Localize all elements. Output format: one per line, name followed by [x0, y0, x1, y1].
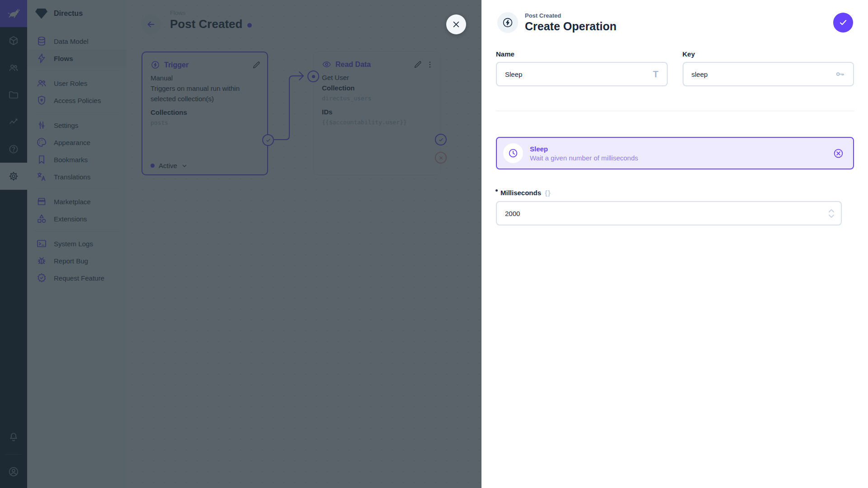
deselect-operation-button[interactable] — [833, 148, 844, 159]
raw-value-icon[interactable]: {} — [545, 188, 551, 197]
clock-icon — [503, 143, 523, 163]
chevron-up-icon — [828, 209, 835, 213]
chevron-down-icon — [828, 214, 835, 218]
operation-description: Wait a given number of milliseconds — [530, 154, 638, 162]
section-divider — [496, 111, 854, 111]
key-input-wrap — [683, 62, 854, 86]
name-field-group: Name T — [496, 50, 668, 86]
title-icon: T — [653, 69, 658, 80]
directus-app: Directus Data Model Flows — [0, 0, 868, 488]
name-label: Name — [496, 50, 668, 58]
key-input[interactable] — [692, 70, 835, 78]
key-label: Key — [683, 50, 854, 58]
operation-title: Sleep — [530, 145, 638, 153]
check-icon — [838, 18, 848, 28]
selected-operation-sleep[interactable]: Sleep Wait a given number of millisecond… — [496, 137, 854, 169]
name-input[interactable] — [505, 70, 653, 78]
operation-texts: Sleep Wait a given number of millisecond… — [530, 145, 638, 162]
drawer-title: Create Operation — [525, 20, 617, 33]
name-key-row: Name T Key — [496, 50, 854, 86]
stepper-down[interactable] — [828, 214, 835, 218]
name-input-wrap: T — [496, 62, 668, 86]
drawer-breadcrumb: Post Created — [525, 12, 617, 19]
milliseconds-input[interactable] — [505, 210, 828, 217]
key-field-group: Key — [683, 50, 854, 86]
required-dot — [495, 189, 498, 192]
drawer-close-button[interactable] — [446, 14, 466, 34]
stepper-up[interactable] — [828, 209, 835, 213]
modal-overlay[interactable] — [0, 0, 481, 488]
milliseconds-label: Milliseconds — [500, 188, 541, 197]
drawer-header: Post Created Create Operation — [481, 0, 868, 33]
save-button[interactable] — [833, 13, 853, 33]
bolt-circle-icon — [502, 17, 514, 28]
operation-header-icon — [497, 12, 518, 33]
drawer-titles: Post Created Create Operation — [525, 12, 617, 33]
create-operation-drawer: Post Created Create Operation Name T — [481, 0, 868, 488]
key-icon — [835, 69, 845, 79]
close-icon — [452, 20, 461, 29]
number-steppers — [828, 209, 835, 218]
milliseconds-label-row: Milliseconds {} — [496, 188, 854, 197]
drawer-content: Name T Key — [481, 50, 868, 225]
milliseconds-input-wrap — [496, 201, 842, 225]
